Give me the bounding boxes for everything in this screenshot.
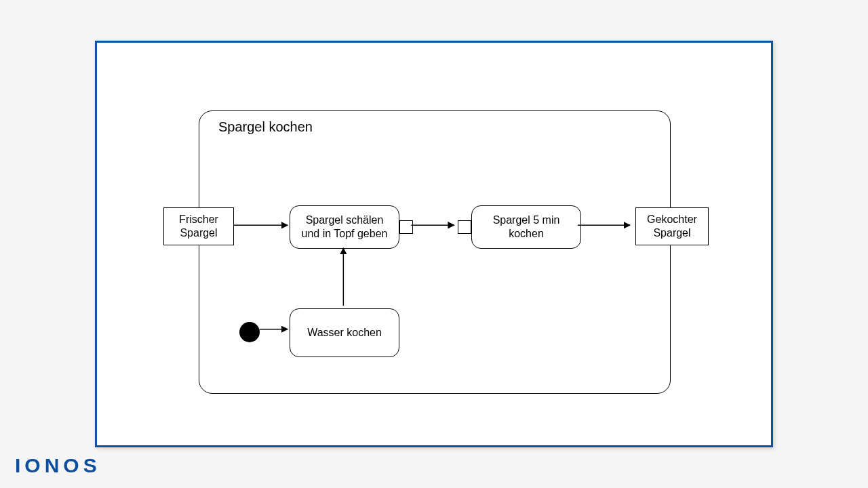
initial-node (239, 322, 260, 342)
pin-in-kochen (458, 220, 471, 234)
node-input-frischer-spargel: Frischer Spargel (163, 207, 234, 245)
diagram-frame: Spargel kochen Frischer Spargel Spargel … (95, 41, 773, 447)
node-action-spargel-5min-kochen: Spargel 5 min kochen (471, 205, 581, 249)
node-action-spargel-schaelen: Spargel schälen und in Topf geben (290, 205, 399, 249)
ionos-logo: IONOS (15, 454, 101, 477)
activity-title: Spargel kochen (218, 119, 313, 135)
diagram-canvas: Spargel kochen Frischer Spargel Spargel … (97, 43, 771, 445)
pin-out-schaelen (399, 220, 413, 234)
node-action-wasser-kochen: Wasser kochen (290, 308, 399, 357)
activity-container: Spargel kochen (199, 110, 671, 394)
node-output-gekochter-spargel: Gekochter Spargel (635, 207, 709, 245)
